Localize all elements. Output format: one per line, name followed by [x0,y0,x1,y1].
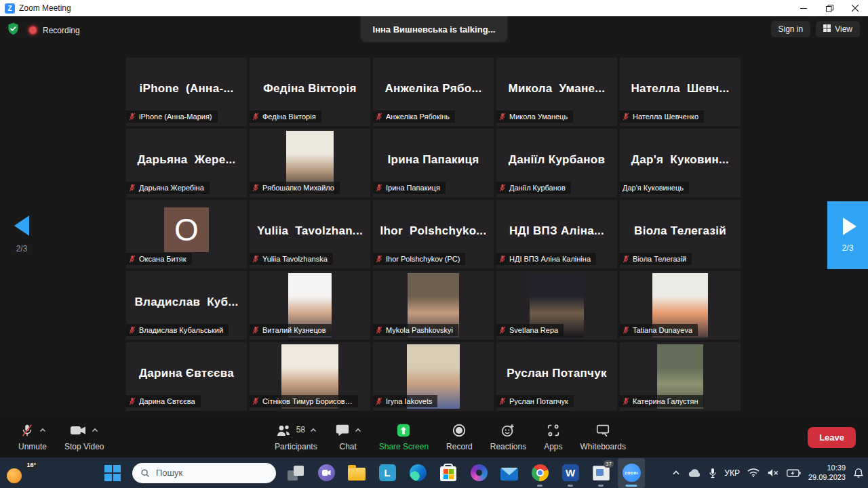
toolbar-unmute-button[interactable]: Unmute [9,417,56,458]
participant-name-label: Оксана Битяк [126,253,192,265]
participant-name-label: Svetlana Repa [496,324,564,336]
participant-tile[interactable]: iPhone (Анна-...iPhone (Анна-Мария) [126,58,247,126]
participant-tile[interactable]: Svetlana Repa [496,271,617,340]
taskbar-search[interactable]: Пошук [132,463,276,483]
taskbar-chrome[interactable] [526,458,553,488]
taskbar-mail[interactable] [496,458,523,488]
search-icon [140,468,150,478]
taskbar-zoom-app[interactable]: zoom [618,458,645,488]
whiteboards-icon [595,423,611,440]
participant-tile[interactable]: Владислав Куб...Владислав Кубальський [126,271,247,340]
page-indicator-right: 2/3 [842,243,854,253]
close-button[interactable] [842,0,868,16]
view-grid-icon [823,24,831,34]
participant-tile[interactable]: Руслан ПотапчукРуслан Потапчук [496,342,617,411]
participant-tile[interactable]: НДІ ВПЗ Аліна...НДІ ВПЗ Аліна Калініна [496,200,617,268]
participant-tile[interactable]: Iryna Iakovets [373,342,494,411]
participant-tile[interactable]: Катерина Галустян [620,342,741,411]
photos-badge: 37 [604,460,614,468]
toolbar-chat-button[interactable]: Chat [326,417,370,458]
participant-name-label: Mykola Pashkovskyi [373,324,458,336]
taskbar-l-app[interactable]: L [374,458,401,488]
taskbar-word[interactable]: W [557,458,584,488]
taskbar-photos[interactable]: 37 [587,458,614,488]
participant-tile[interactable]: Даніїл КурбановДаніїл Курбанов [496,129,617,197]
mic-muted-icon [129,184,136,192]
mic-muted-icon [252,397,259,405]
participant-tile[interactable]: Віола ТелегазійВіола Телегазій [620,200,741,268]
participant-name-text: Дар'я Куковинець [623,184,684,192]
toolbar-share-screen-label: Share Screen [379,442,429,451]
clock[interactable]: 10:39 29.09.2023 [808,464,846,483]
participant-name-text: Микола Уманець [509,113,568,121]
taskbar-task-view[interactable] [282,458,309,488]
participant-tile[interactable]: Ihor Polshchyko...Ihor Polshchykov (PC) [373,200,494,268]
teams-chat-icon [318,464,335,481]
wifi-icon[interactable] [747,468,760,478]
sign-in-button[interactable]: Sign in [771,21,811,37]
notifications-bell-icon[interactable]: z [853,468,864,479]
mic-muted-icon [252,184,259,192]
battery-charging-icon[interactable] [787,469,801,477]
toolbar-record-label: Record [446,442,473,451]
running-indicator [626,485,637,487]
mic-muted-icon [252,255,259,263]
participant-tile[interactable]: Tatiana Dunayeva [620,271,741,340]
participant-tile[interactable]: Ірина ПапакицяІрина Папакиця [373,129,494,197]
caret-up-icon[interactable] [92,426,98,435]
tray-chevron-up-icon[interactable] [672,470,680,476]
participant-tile[interactable]: OОксана Битяк [126,200,247,268]
participant-tile[interactable]: Виталий Кузнецов [250,271,370,340]
participant-tile[interactable]: Рябошапко Михайло [250,129,370,197]
leave-button[interactable]: Leave [808,427,856,448]
restore-button[interactable] [816,0,842,16]
participant-avatar: O [164,207,209,252]
security-shield-icon[interactable] [7,22,20,38]
toolbar-stop-video-button[interactable]: Stop Video [56,417,113,458]
onedrive-icon[interactable] [688,468,701,478]
participant-tile[interactable]: Федіна ВікторіяФедіна Вікторія [250,58,370,126]
participant-tile[interactable]: Дарьяна Жере...Дарьяна Жеребіна [126,129,247,197]
taskbar-microsoft-365[interactable] [465,458,492,488]
caret-up-icon[interactable] [310,426,317,435]
weather-widget[interactable]: 16° [5,460,41,485]
mic-muted-icon [252,326,259,334]
taskbar-edge[interactable] [404,458,431,488]
participant-tile[interactable]: Дар'я Куковин...Дар'я Куковинець [620,129,741,197]
next-page-button[interactable]: 2/3 [827,201,868,269]
toolbar-record-button[interactable]: Record [437,417,481,458]
participant-tile[interactable]: Микола Умане...Микола Уманець [496,58,617,126]
caret-up-icon[interactable] [355,426,361,435]
previous-page-button[interactable]: 2/3 [5,216,38,253]
tray-mic-icon[interactable] [709,468,717,479]
participant-tile[interactable]: Дарина ЄвтєєваДарина Євтєєва [126,342,247,411]
taskbar-start[interactable] [99,458,126,488]
language-indicator[interactable]: УКР [724,468,740,478]
minimize-button[interactable] [791,0,816,16]
toolbar-apps-button[interactable]: Apps [535,417,571,458]
participant-name-text: Дарьяна Жеребіна [139,184,204,192]
participant-name-label: Федіна Вікторія [250,110,321,123]
participant-tile[interactable]: Mykola Pashkovskyi [373,271,494,340]
participant-tile[interactable]: Анжеліка Рябо...Анжеліка Рябокінь [373,58,494,126]
participant-tile[interactable]: Сітніков Тимур Борисов… [250,342,370,411]
taskbar-store[interactable] [435,458,462,488]
tray-date: 29.09.2023 [808,473,846,483]
recording-status[interactable]: Recording [29,26,80,35]
toolbar-share-screen-button[interactable]: Share Screen [370,417,437,458]
participant-name-label: Рябошапко Михайло [250,182,340,194]
volume-muted-icon[interactable] [767,468,779,478]
toolbar-whiteboards-button[interactable]: Whiteboards [572,417,635,458]
participant-name-label: Yuliia Tavolzhanska [250,253,333,265]
running-indicator [537,485,542,487]
view-button[interactable]: View [816,21,860,37]
toolbar-reactions-button[interactable]: Reactions [481,417,535,458]
taskbar-file-explorer[interactable] [343,458,370,488]
taskbar-teams-chat[interactable] [313,458,340,488]
toolbar-participants-button[interactable]: 58Participants [266,417,326,458]
caret-up-icon[interactable] [39,426,46,435]
participant-tile[interactable]: Yuliia Tavolzhan...Yuliia Tavolzhanska [250,200,370,268]
participant-name-text: Катерина Галустян [633,397,698,405]
svg-text:z: z [860,468,862,472]
participant-tile[interactable]: Нателла Шевч...Нателла Шевченко [620,58,741,126]
